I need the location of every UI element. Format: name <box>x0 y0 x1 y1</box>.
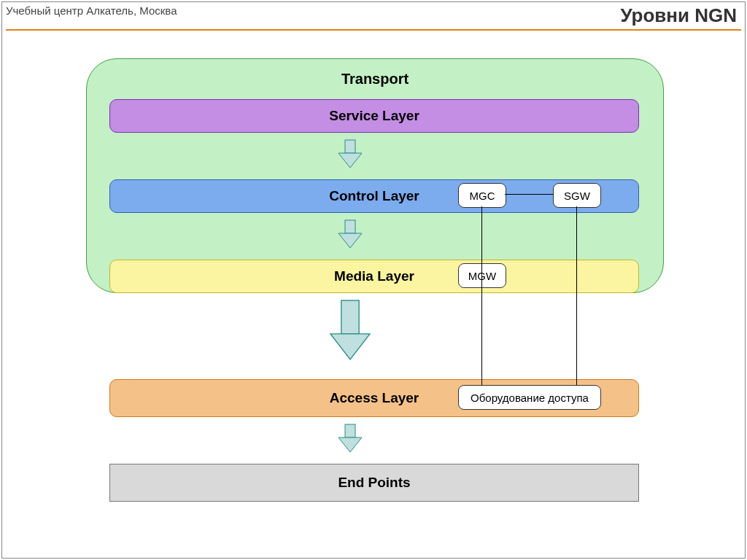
line-sgw-access <box>576 206 577 385</box>
service-layer: Service Layer <box>109 99 639 133</box>
page-title: Уровни NGN <box>620 4 737 27</box>
transport-title: Transport <box>87 71 663 88</box>
endpoints-layer: End Points <box>109 464 639 502</box>
sgw-node: SGW <box>553 183 601 208</box>
access-layer-label: Access Layer <box>330 390 419 406</box>
media-layer-label: Media Layer <box>334 268 414 284</box>
line-mgc-access <box>481 206 482 385</box>
transport-container: Transport <box>86 58 664 293</box>
service-layer-label: Service Layer <box>329 108 419 124</box>
endpoints-layer-label: End Points <box>338 475 410 491</box>
header-left: Учебный центр Алкатель, Москва <box>6 4 177 17</box>
line-mgc-sgw <box>505 194 553 195</box>
mgc-node: MGC <box>458 183 506 208</box>
access-equipment-node: Оборудование доступа <box>458 385 601 410</box>
control-layer-label: Control Layer <box>329 188 419 204</box>
header-rule <box>6 29 741 31</box>
mgw-node: MGW <box>458 263 506 288</box>
media-layer: Media Layer <box>109 260 639 293</box>
